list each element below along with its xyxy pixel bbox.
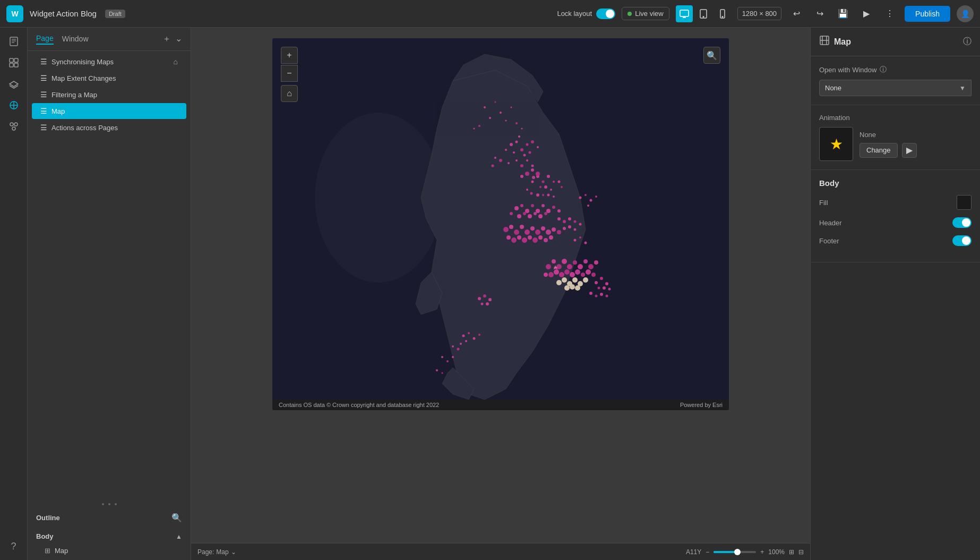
svg-point-34 — [529, 151, 531, 154]
live-view-label: Live view — [635, 10, 663, 18]
open-with-window-dropdown[interactable]: None ▼ — [819, 80, 972, 96]
mobile-view-btn[interactable] — [714, 5, 731, 22]
svg-point-124 — [562, 277, 567, 283]
drag-handle[interactable] — [28, 500, 191, 508]
right-panel-help-icon[interactable]: ⓘ — [963, 36, 972, 47]
help-icon[interactable]: ? — [4, 537, 23, 556]
svg-point-136 — [603, 286, 606, 290]
more-options-button[interactable]: ⋮ — [881, 5, 898, 22]
page-item-filtering[interactable]: ☰ Filtering a Map — [32, 87, 186, 103]
fill-color-swatch[interactable] — [957, 195, 972, 210]
svg-point-48 — [539, 186, 541, 188]
svg-point-123 — [556, 280, 562, 285]
tab-window[interactable]: Window — [62, 35, 89, 44]
lock-toggle[interactable] — [596, 9, 615, 19]
add-page-icon[interactable]: ＋ — [162, 33, 171, 45]
svg-point-104 — [552, 259, 556, 264]
header-label: Header — [819, 219, 842, 227]
user-avatar[interactable]: 👤 — [957, 5, 974, 22]
redo-button[interactable]: ↪ — [811, 5, 828, 22]
svg-point-130 — [570, 284, 575, 290]
svg-point-90 — [522, 237, 527, 243]
tab-page[interactable]: Page — [36, 34, 54, 45]
topbar: W Widget Action Blog Draft Lock layout L… — [0, 0, 980, 28]
page-item-map-extent[interactable]: ☰ Map Extent Changes — [32, 70, 186, 86]
current-page-indicator[interactable]: Page: Map ⌄ — [197, 548, 236, 556]
page-list: ☰ Synchronising Maps ⌂ ☰ Map Extent Chan… — [28, 51, 191, 500]
zoom-collapse-icon[interactable]: ⊟ — [798, 548, 804, 556]
preview-button[interactable]: ▶ — [858, 5, 875, 22]
svg-point-102 — [579, 223, 582, 226]
svg-point-98 — [568, 217, 571, 220]
page-item-map[interactable]: ☰ Map — [32, 103, 186, 119]
save-button[interactable]: 💾 — [835, 5, 852, 22]
live-dot — [627, 12, 632, 16]
svg-point-113 — [544, 273, 548, 277]
page-icon: ☰ — [40, 90, 47, 99]
footer-toggle[interactable] — [952, 235, 972, 246]
publish-button[interactable]: Publish — [905, 6, 950, 22]
svg-point-33 — [537, 146, 539, 148]
right-panel: Map ⓘ Open with Window ⓘ None ▼ Animatio… — [810, 28, 980, 560]
pages-menu-icon[interactable]: ⌄ — [175, 33, 182, 45]
resolution-selector[interactable]: 1280 × 800 — [737, 7, 781, 20]
animation-change-button[interactable]: Change — [859, 143, 898, 158]
desktop-view-btn[interactable] — [676, 5, 693, 22]
svg-point-89 — [517, 235, 521, 240]
layers-icon[interactable] — [4, 74, 23, 94]
zoom-expand-icon[interactable]: ⊞ — [789, 548, 794, 556]
svg-point-63 — [536, 209, 540, 213]
map-home-button[interactable]: ⌂ — [281, 85, 298, 102]
page-item-actions-across-pages[interactable]: ☰ Actions across Pages — [32, 120, 186, 135]
zoom-slider[interactable] — [713, 551, 756, 553]
svg-point-97 — [563, 220, 566, 223]
panel-tabs: Page Window ＋ ⌄ — [28, 28, 191, 51]
page-label: Map Extent Changes — [51, 74, 116, 82]
data-icon[interactable] — [4, 96, 23, 115]
svg-point-69 — [517, 214, 521, 218]
body-item-map[interactable]: ⊞ Map — [28, 544, 191, 558]
svg-point-76 — [509, 225, 513, 229]
open-with-window-label: Open with Window ⓘ — [819, 65, 972, 74]
svg-point-171 — [531, 168, 534, 172]
svg-point-17 — [14, 123, 18, 126]
zoom-minus-icon[interactable]: − — [706, 548, 709, 556]
svg-point-147 — [462, 335, 465, 337]
outline-search-icon[interactable]: 🔍 — [171, 513, 182, 523]
svg-rect-13 — [10, 63, 13, 67]
animation-name: None — [859, 131, 972, 139]
zoom-in-button[interactable]: + — [281, 47, 298, 64]
app-logo[interactable]: W — [6, 5, 23, 22]
left-icon-sidebar: ? — [0, 28, 28, 560]
right-panel-header: Map ⓘ — [811, 28, 980, 56]
zoom-plus-icon[interactable]: + — [760, 548, 764, 556]
map-canvas[interactable]: + − ⌂ 🔍 Contains OS data © Crown copyrig… — [272, 38, 729, 410]
widgets-icon[interactable] — [4, 53, 23, 72]
style-icon[interactable] — [4, 117, 23, 136]
animation-play-button[interactable]: ▶ — [902, 143, 917, 158]
svg-point-145 — [481, 303, 484, 306]
map-search-button[interactable]: 🔍 — [703, 47, 720, 64]
zoom-slider-fill — [713, 551, 735, 553]
svg-point-169 — [521, 128, 523, 130]
svg-point-45 — [547, 175, 550, 178]
svg-point-99 — [574, 220, 577, 223]
page-icon: ☰ — [40, 123, 47, 132]
svg-point-158 — [436, 369, 438, 371]
page-label: Synchronising Maps — [51, 58, 114, 66]
live-view-button[interactable]: Live view — [622, 7, 669, 20]
svg-point-144 — [488, 298, 492, 301]
pages-icon[interactable] — [4, 32, 23, 51]
page-item-synchronising-maps[interactable]: ☰ Synchronising Maps ⌂ — [32, 54, 186, 70]
body-header[interactable]: Body ▲ — [28, 529, 191, 544]
svg-point-149 — [473, 337, 476, 340]
undo-button[interactable]: ↩ — [788, 5, 805, 22]
header-toggle[interactable] — [952, 217, 972, 228]
animation-thumbnail[interactable]: ★ — [819, 127, 853, 161]
tablet-view-btn[interactable] — [695, 5, 712, 22]
zoom-out-button[interactable]: − — [281, 65, 298, 82]
zoom-slider-thumb[interactable] — [734, 549, 741, 555]
open-with-window-info-icon[interactable]: ⓘ — [880, 65, 887, 74]
svg-point-70 — [523, 212, 526, 215]
lock-layout[interactable]: Lock layout — [557, 9, 615, 19]
